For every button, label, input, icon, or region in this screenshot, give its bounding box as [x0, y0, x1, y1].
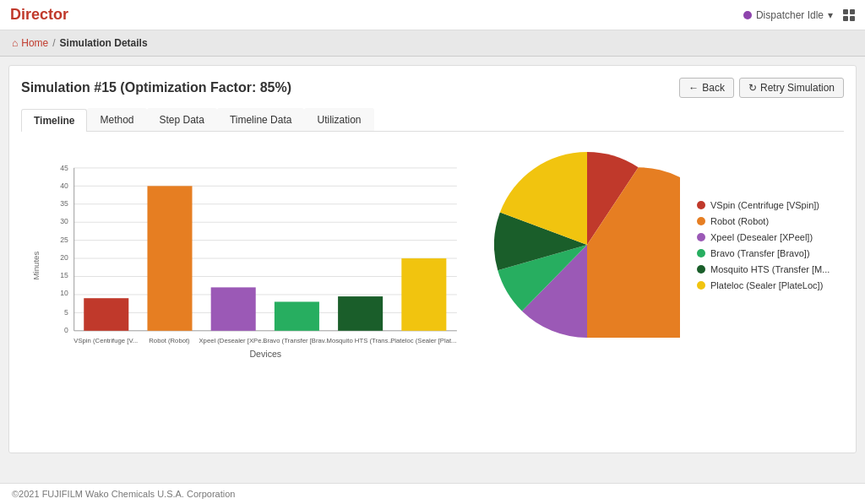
- app-header: Director Dispatcher Idle ▾: [0, 0, 865, 30]
- legend-label-robot: Robot (Robot): [710, 216, 769, 226]
- tab-method[interactable]: Method: [87, 108, 146, 131]
- legend-item-bravo: Bravo (Transfer [Bravo]): [697, 248, 830, 258]
- breadcrumb-home-label: Home: [21, 37, 48, 49]
- dispatcher-status[interactable]: Dispatcher Idle ▾: [743, 9, 833, 21]
- dispatcher-label: Dispatcher Idle: [756, 9, 824, 21]
- legend-dot-robot: [697, 217, 705, 225]
- bar-mosquito: [338, 296, 383, 331]
- svg-text:20: 20: [60, 253, 68, 262]
- simulation-actions: ← Back ↻ Retry Simulation: [679, 78, 844, 98]
- bar-plateloc: [401, 258, 446, 331]
- tab-utilization[interactable]: Utilization: [304, 108, 373, 131]
- svg-text:Plateloc (Sealer [Plat...: Plateloc (Sealer [Plat...: [390, 337, 456, 344]
- home-icon: ⌂: [12, 37, 18, 49]
- bar-chart: Minutes 45 40 35 30 25 20 15: [21, 144, 477, 374]
- legend-item-plateloc: Plateloc (Sealer [PlateLoc]): [697, 280, 830, 290]
- pie-chart-svg: [494, 152, 680, 338]
- bar-bravo: [275, 301, 319, 330]
- svg-text:5: 5: [64, 308, 68, 317]
- legend-label-plateloc: Plateloc (Sealer [PlateLoc]): [710, 280, 823, 290]
- legend-label-vspin: VSpin (Centrifuge [VSpin]): [710, 200, 819, 210]
- breadcrumb-home-link[interactable]: ⌂ Home: [12, 37, 48, 49]
- chart-area: Minutes 45 40 35 30 25 20 15: [21, 144, 844, 374]
- back-arrow-icon: ←: [688, 82, 699, 94]
- svg-text:Devices: Devices: [249, 349, 281, 359]
- main-content: Simulation #15 (Optimization Factor: 85%…: [8, 65, 857, 453]
- svg-text:40: 40: [60, 182, 68, 190]
- svg-text:0: 0: [64, 326, 68, 334]
- breadcrumb: ⌂ Home / Simulation Details: [0, 30, 865, 57]
- breadcrumb-separator: /: [52, 37, 55, 49]
- legend-dot-plateloc: [697, 281, 705, 290]
- svg-text:Xpeel (Desealer [XPe...: Xpeel (Desealer [XPe...: [199, 337, 267, 344]
- pie-legend: VSpin (Centrifuge [VSpin]) Robot (Robot)…: [697, 200, 830, 290]
- legend-item-vspin: VSpin (Centrifuge [VSpin]): [697, 200, 830, 210]
- legend-item-mosquito: Mosquito HTS (Transfer [M...: [697, 264, 830, 274]
- legend-item-xpeel: Xpeel (Desealer [XPeel]): [697, 232, 830, 242]
- svg-text:35: 35: [60, 199, 68, 208]
- bar-vspin: [84, 298, 128, 331]
- app-title: Director: [10, 6, 68, 24]
- bar-robot: [147, 186, 192, 330]
- bar-chart-svg: Minutes 45 40 35 30 25 20 15: [21, 144, 477, 371]
- svg-text:VSpin (Centrifuge [V...: VSpin (Centrifuge [V...: [73, 337, 138, 344]
- legend-dot-bravo: [697, 249, 705, 257]
- legend-dot-xpeel: [697, 233, 705, 241]
- simulation-title: Simulation #15 (Optimization Factor: 85%…: [21, 80, 291, 95]
- svg-text:Robot (Robot): Robot (Robot): [149, 337, 190, 344]
- legend-label-mosquito: Mosquito HTS (Transfer [M...: [710, 264, 830, 274]
- svg-text:45: 45: [60, 164, 68, 172]
- tab-timeline[interactable]: Timeline: [21, 109, 87, 132]
- svg-text:Bravo (Transfer [Brav...: Bravo (Transfer [Brav...: [263, 337, 329, 344]
- svg-text:10: 10: [60, 289, 68, 297]
- svg-text:Minutes: Minutes: [31, 252, 41, 280]
- back-button[interactable]: ← Back: [679, 78, 734, 98]
- legend-label-xpeel: Xpeel (Desealer [XPeel]): [710, 232, 813, 242]
- svg-text:25: 25: [60, 236, 68, 244]
- retry-simulation-button[interactable]: ↻ Retry Simulation: [739, 78, 844, 98]
- simulation-header: Simulation #15 (Optimization Factor: 85%…: [21, 78, 844, 98]
- dispatcher-dot-icon: [743, 11, 752, 19]
- tab-timeline-data[interactable]: Timeline Data: [217, 108, 305, 131]
- tab-step-data[interactable]: Step Data: [147, 108, 217, 131]
- legend-label-bravo: Bravo (Transfer [Bravo]): [710, 248, 810, 258]
- retry-icon: ↻: [748, 82, 757, 94]
- pie-chart-container: VSpin (Centrifuge [VSpin]) Robot (Robot)…: [494, 144, 844, 338]
- bar-xpeel: [211, 287, 256, 330]
- breadcrumb-current-page: Simulation Details: [60, 37, 148, 49]
- tabs-container: Timeline Method Step Data Timeline Data …: [21, 108, 844, 132]
- legend-dot-vspin: [697, 201, 705, 209]
- svg-text:Mosquito HTS (Trans...: Mosquito HTS (Trans...: [326, 337, 393, 344]
- svg-text:15: 15: [60, 271, 68, 279]
- legend-dot-mosquito: [697, 265, 705, 274]
- grid-menu-icon[interactable]: [843, 9, 855, 21]
- dispatcher-chevron-icon: ▾: [828, 9, 833, 21]
- legend-item-robot: Robot (Robot): [697, 216, 830, 226]
- header-right-section: Dispatcher Idle ▾: [743, 9, 855, 21]
- svg-text:30: 30: [60, 217, 68, 225]
